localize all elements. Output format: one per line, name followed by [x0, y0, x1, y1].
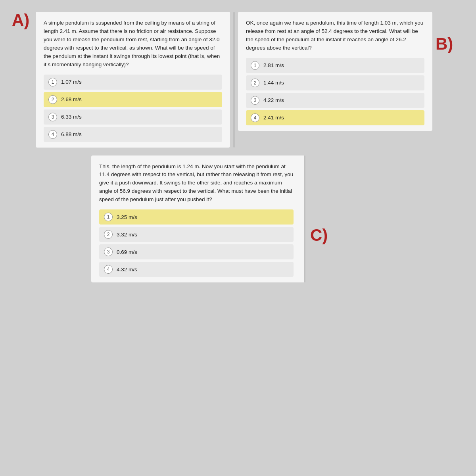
- choice-number: 4: [251, 113, 259, 122]
- bottom-row: This, the length of the pendulum is 1.24…: [12, 155, 464, 283]
- choice-text: 1.07 m/s: [61, 79, 82, 85]
- page: A) A simple pendulum is suspended from t…: [0, 0, 476, 476]
- choice-text: 3.32 m/s: [117, 232, 137, 238]
- choice-text: 2.41 m/s: [263, 115, 284, 121]
- choice-text: 2.81 m/s: [263, 62, 284, 68]
- choice-text: 6.33 m/s: [61, 114, 82, 120]
- section-a-question: A simple pendulum is suspended from the …: [44, 19, 222, 69]
- choice-item[interactable]: 36.33 m/s: [44, 109, 222, 125]
- choice-number: 2: [251, 79, 259, 87]
- choice-number: 2: [48, 95, 57, 104]
- choice-item[interactable]: 22.68 m/s: [44, 92, 222, 107]
- section-a-label: A): [12, 12, 32, 29]
- choice-number: 3: [251, 96, 259, 105]
- section-a-card: A simple pendulum is suspended from the …: [36, 12, 230, 148]
- choice-text: 2.68 m/s: [61, 96, 82, 102]
- choice-text: 1.44 m/s: [263, 80, 284, 86]
- choice-number: 3: [48, 113, 57, 121]
- section-b-label: B): [436, 36, 455, 52]
- choice-item[interactable]: 13.25 m/s: [99, 209, 294, 225]
- choice-number: 1: [251, 61, 259, 70]
- c-right-divider: [304, 155, 305, 283]
- section-b-choices: 12.81 m/s21.44 m/s34.22 m/s42.41 m/s: [246, 58, 424, 125]
- choice-item[interactable]: 34.22 m/s: [246, 93, 424, 108]
- section-a-choices: 11.07 m/s22.68 m/s36.33 m/s46.88 m/s: [44, 75, 222, 142]
- top-row: A) A simple pendulum is suspended from t…: [12, 12, 464, 148]
- section-c-label: C): [310, 227, 334, 244]
- choice-text: 4.22 m/s: [263, 97, 284, 103]
- section-c-wrap: This, the length of the pendulum is 1.24…: [91, 155, 464, 283]
- choice-number: 1: [48, 78, 57, 86]
- choice-text: 6.88 m/s: [61, 131, 82, 137]
- ab-divider: [233, 12, 235, 148]
- section-b-question: OK, once again we have a pendulum, this …: [246, 19, 424, 52]
- choice-text: 4.32 m/s: [117, 267, 137, 273]
- choice-text: 3.25 m/s: [117, 214, 137, 220]
- choice-item[interactable]: 44.32 m/s: [99, 262, 294, 277]
- section-b-card: OK, once again we have a pendulum, this …: [238, 12, 432, 131]
- choice-item[interactable]: 12.81 m/s: [246, 58, 424, 73]
- choice-item[interactable]: 42.41 m/s: [246, 110, 424, 125]
- choice-number: 4: [48, 130, 57, 139]
- section-c-choices: 13.25 m/s23.32 m/s30.69 m/s44.32 m/s: [99, 209, 298, 277]
- section-c-card: This, the length of the pendulum is 1.24…: [91, 155, 305, 283]
- choice-item[interactable]: 46.88 m/s: [44, 127, 222, 142]
- section-b-wrap: OK, once again we have a pendulum, this …: [236, 12, 455, 131]
- choice-number: 4: [104, 265, 113, 274]
- choice-item[interactable]: 21.44 m/s: [246, 75, 424, 90]
- choice-number: 2: [104, 230, 113, 239]
- section-c-question: This, the length of the pendulum is 1.24…: [99, 163, 298, 204]
- choice-number: 1: [104, 213, 113, 221]
- choice-item[interactable]: 30.69 m/s: [99, 244, 294, 259]
- choice-item[interactable]: 23.32 m/s: [99, 227, 294, 242]
- choice-text: 0.69 m/s: [117, 249, 137, 255]
- choice-item[interactable]: 11.07 m/s: [44, 75, 222, 90]
- choice-number: 3: [104, 248, 113, 256]
